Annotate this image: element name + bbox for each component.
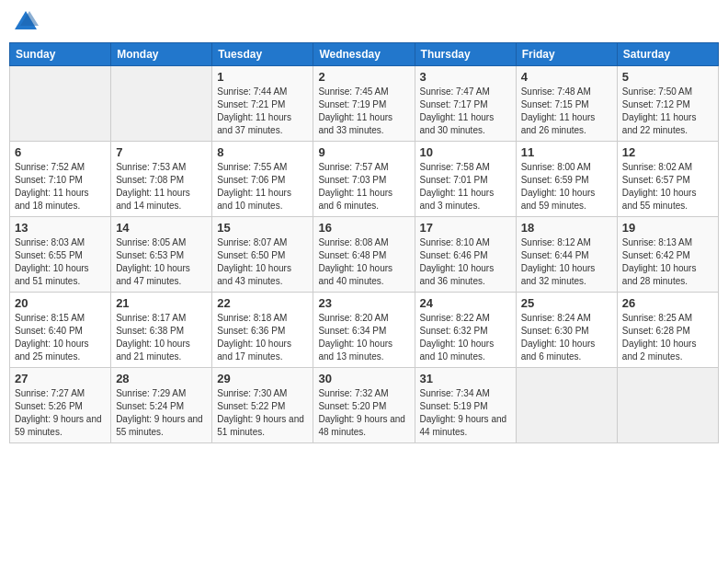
calendar-cell: 31Sunrise: 7:34 AMSunset: 5:19 PMDayligh… bbox=[415, 368, 516, 443]
calendar-cell: 20Sunrise: 8:15 AMSunset: 6:40 PMDayligh… bbox=[10, 293, 111, 368]
day-number: 11 bbox=[521, 145, 612, 159]
day-info: Sunrise: 8:12 AMSunset: 6:44 PMDaylight:… bbox=[521, 236, 612, 288]
day-number: 27 bbox=[15, 372, 106, 385]
day-number: 8 bbox=[217, 145, 308, 159]
day-number: 9 bbox=[318, 145, 409, 159]
day-number: 23 bbox=[318, 296, 409, 310]
calendar-cell: 13Sunrise: 8:03 AMSunset: 6:55 PMDayligh… bbox=[10, 217, 111, 293]
day-info: Sunrise: 7:48 AMSunset: 7:15 PMDaylight:… bbox=[521, 86, 612, 137]
header-row: SundayMondayTuesdayWednesdayThursdayFrid… bbox=[10, 43, 719, 66]
calendar-week-1: 1Sunrise: 7:44 AMSunset: 7:21 PMDaylight… bbox=[10, 66, 719, 142]
calendar-week-2: 6Sunrise: 7:52 AMSunset: 7:10 PMDaylight… bbox=[10, 142, 719, 217]
day-info: Sunrise: 7:44 AMSunset: 7:21 PMDaylight:… bbox=[217, 86, 308, 137]
calendar-cell: 2Sunrise: 7:45 AMSunset: 7:19 PMDaylight… bbox=[313, 66, 415, 142]
day-info: Sunrise: 8:17 AMSunset: 6:38 PMDaylight:… bbox=[116, 312, 207, 363]
calendar-cell bbox=[617, 368, 718, 443]
calendar-cell: 22Sunrise: 8:18 AMSunset: 6:36 PMDayligh… bbox=[212, 293, 313, 368]
calendar-cell: 8Sunrise: 7:55 AMSunset: 7:06 PMDaylight… bbox=[212, 142, 313, 217]
day-number: 19 bbox=[622, 221, 713, 235]
day-info: Sunrise: 7:55 AMSunset: 7:06 PMDaylight:… bbox=[217, 161, 308, 213]
day-info: Sunrise: 7:53 AMSunset: 7:08 PMDaylight:… bbox=[116, 161, 207, 213]
day-number: 15 bbox=[217, 221, 308, 235]
calendar-cell: 28Sunrise: 7:29 AMSunset: 5:24 PMDayligh… bbox=[111, 368, 212, 443]
day-info: Sunrise: 8:08 AMSunset: 6:48 PMDaylight:… bbox=[318, 236, 409, 288]
day-info: Sunrise: 7:34 AMSunset: 5:19 PMDaylight:… bbox=[420, 387, 511, 439]
calendar-cell: 29Sunrise: 7:30 AMSunset: 5:22 PMDayligh… bbox=[212, 368, 313, 443]
calendar-cell: 9Sunrise: 7:57 AMSunset: 7:03 PMDaylight… bbox=[313, 142, 415, 217]
day-info: Sunrise: 8:00 AMSunset: 6:59 PMDaylight:… bbox=[521, 161, 612, 213]
day-number: 4 bbox=[521, 70, 612, 84]
page-header bbox=[9, 9, 719, 35]
calendar-cell: 14Sunrise: 8:05 AMSunset: 6:53 PMDayligh… bbox=[111, 217, 212, 293]
day-info: Sunrise: 7:50 AMSunset: 7:12 PMDaylight:… bbox=[622, 86, 713, 137]
day-info: Sunrise: 7:29 AMSunset: 5:24 PMDaylight:… bbox=[116, 387, 207, 439]
calendar-week-4: 20Sunrise: 8:15 AMSunset: 6:40 PMDayligh… bbox=[10, 293, 719, 368]
day-info: Sunrise: 8:05 AMSunset: 6:53 PMDaylight:… bbox=[116, 236, 207, 288]
column-header-saturday: Saturday bbox=[617, 43, 718, 66]
column-header-friday: Friday bbox=[516, 43, 617, 66]
column-header-sunday: Sunday bbox=[10, 43, 111, 66]
day-number: 30 bbox=[318, 372, 409, 385]
day-number: 28 bbox=[116, 372, 207, 385]
calendar-cell: 1Sunrise: 7:44 AMSunset: 7:21 PMDaylight… bbox=[212, 66, 313, 142]
day-number: 1 bbox=[217, 70, 308, 84]
calendar-cell: 30Sunrise: 7:32 AMSunset: 5:20 PMDayligh… bbox=[313, 368, 415, 443]
calendar-cell: 15Sunrise: 8:07 AMSunset: 6:50 PMDayligh… bbox=[212, 217, 313, 293]
column-header-wednesday: Wednesday bbox=[313, 43, 415, 66]
column-header-thursday: Thursday bbox=[415, 43, 516, 66]
day-info: Sunrise: 7:52 AMSunset: 7:10 PMDaylight:… bbox=[15, 161, 106, 213]
calendar-cell: 17Sunrise: 8:10 AMSunset: 6:46 PMDayligh… bbox=[415, 217, 516, 293]
day-info: Sunrise: 8:13 AMSunset: 6:42 PMDaylight:… bbox=[622, 236, 713, 288]
day-number: 18 bbox=[521, 221, 612, 235]
day-info: Sunrise: 8:22 AMSunset: 6:32 PMDaylight:… bbox=[420, 312, 511, 363]
day-number: 21 bbox=[116, 296, 207, 310]
day-number: 22 bbox=[217, 296, 308, 310]
day-number: 5 bbox=[622, 70, 713, 84]
calendar-week-5: 27Sunrise: 7:27 AMSunset: 5:26 PMDayligh… bbox=[10, 368, 719, 443]
day-info: Sunrise: 8:10 AMSunset: 6:46 PMDaylight:… bbox=[420, 236, 511, 288]
calendar-cell: 4Sunrise: 7:48 AMSunset: 7:15 PMDaylight… bbox=[516, 66, 617, 142]
calendar-cell: 11Sunrise: 8:00 AMSunset: 6:59 PMDayligh… bbox=[516, 142, 617, 217]
day-info: Sunrise: 7:58 AMSunset: 7:01 PMDaylight:… bbox=[420, 161, 511, 213]
calendar-cell: 19Sunrise: 8:13 AMSunset: 6:42 PMDayligh… bbox=[617, 217, 718, 293]
day-info: Sunrise: 8:20 AMSunset: 6:34 PMDaylight:… bbox=[318, 312, 409, 363]
day-number: 6 bbox=[15, 145, 106, 159]
calendar-cell bbox=[516, 368, 617, 443]
day-number: 12 bbox=[622, 145, 713, 159]
calendar-cell: 5Sunrise: 7:50 AMSunset: 7:12 PMDaylight… bbox=[617, 66, 718, 142]
day-info: Sunrise: 8:18 AMSunset: 6:36 PMDaylight:… bbox=[217, 312, 308, 363]
calendar-cell: 21Sunrise: 8:17 AMSunset: 6:38 PMDayligh… bbox=[111, 293, 212, 368]
day-info: Sunrise: 8:03 AMSunset: 6:55 PMDaylight:… bbox=[15, 236, 106, 288]
calendar-cell: 10Sunrise: 7:58 AMSunset: 7:01 PMDayligh… bbox=[415, 142, 516, 217]
column-header-tuesday: Tuesday bbox=[212, 43, 313, 66]
calendar-cell: 16Sunrise: 8:08 AMSunset: 6:48 PMDayligh… bbox=[313, 217, 415, 293]
calendar-cell: 27Sunrise: 7:27 AMSunset: 5:26 PMDayligh… bbox=[10, 368, 111, 443]
day-number: 26 bbox=[622, 296, 713, 310]
day-number: 17 bbox=[420, 221, 511, 235]
day-info: Sunrise: 7:32 AMSunset: 5:20 PMDaylight:… bbox=[318, 387, 409, 439]
day-number: 31 bbox=[420, 372, 511, 385]
day-number: 10 bbox=[420, 145, 511, 159]
calendar-cell: 6Sunrise: 7:52 AMSunset: 7:10 PMDaylight… bbox=[10, 142, 111, 217]
day-number: 7 bbox=[116, 145, 207, 159]
calendar-body: 1Sunrise: 7:44 AMSunset: 7:21 PMDaylight… bbox=[10, 66, 719, 443]
calendar-header: SundayMondayTuesdayWednesdayThursdayFrid… bbox=[10, 43, 719, 66]
day-number: 14 bbox=[116, 221, 207, 235]
calendar-cell: 18Sunrise: 8:12 AMSunset: 6:44 PMDayligh… bbox=[516, 217, 617, 293]
day-info: Sunrise: 8:07 AMSunset: 6:50 PMDaylight:… bbox=[217, 236, 308, 288]
day-info: Sunrise: 8:15 AMSunset: 6:40 PMDaylight:… bbox=[15, 312, 106, 363]
column-header-monday: Monday bbox=[111, 43, 212, 66]
logo-icon bbox=[13, 9, 39, 35]
calendar-cell: 3Sunrise: 7:47 AMSunset: 7:17 PMDaylight… bbox=[415, 66, 516, 142]
day-number: 20 bbox=[15, 296, 106, 310]
day-number: 2 bbox=[318, 70, 409, 84]
day-info: Sunrise: 7:27 AMSunset: 5:26 PMDaylight:… bbox=[15, 387, 106, 439]
day-info: Sunrise: 7:45 AMSunset: 7:19 PMDaylight:… bbox=[318, 86, 409, 137]
calendar-cell bbox=[10, 66, 111, 142]
day-number: 13 bbox=[15, 221, 106, 235]
day-number: 29 bbox=[217, 372, 308, 385]
logo bbox=[13, 9, 42, 35]
day-number: 24 bbox=[420, 296, 511, 310]
day-number: 25 bbox=[521, 296, 612, 310]
day-info: Sunrise: 8:02 AMSunset: 6:57 PMDaylight:… bbox=[622, 161, 713, 213]
